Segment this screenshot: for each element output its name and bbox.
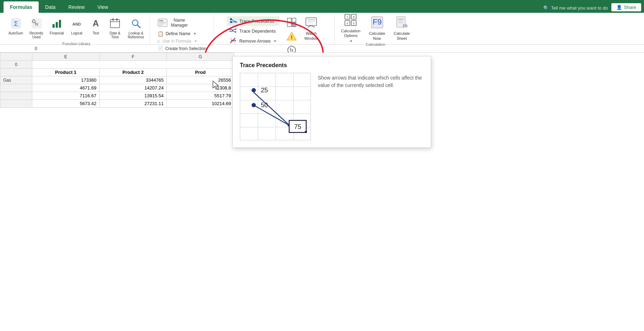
autosum-button[interactable]: Σ AutoSum: [6, 16, 26, 37]
svg-rect-18: [159, 22, 166, 23]
col-header-e[interactable]: E: [32, 53, 100, 61]
cell-e3[interactable]: 7116.67: [32, 92, 100, 100]
col-header-f[interactable]: F: [99, 53, 167, 61]
calculation-options-label: CalculationOptions: [341, 29, 360, 38]
define-name-button[interactable]: 📋 Define Name ▼: [155, 30, 209, 38]
svg-rect-19: [159, 23, 165, 24]
row-gas: Gas: [0, 76, 32, 84]
trace-dependents-button[interactable]: Trace Dependents: [227, 26, 280, 36]
cell-f1[interactable]: 3344765: [99, 76, 167, 84]
calculation-options-icon: 7 8 4 5: [344, 13, 357, 27]
svg-rect-17: [159, 20, 163, 21]
function-library-group: Σ AutoSum fx RecentlyUsed Financial: [3, 14, 150, 44]
tooltip-body: 25 50 75: [240, 73, 424, 140]
logical-icon: AND: [70, 17, 83, 30]
svg-marker-34: [235, 39, 236, 42]
svg-marker-25: [236, 21, 237, 23]
spreadsheet: E F G 0 Product 1 Product 2 Prod: [0, 53, 234, 331]
create-from-selection-icon: 📄: [158, 46, 163, 51]
cell-f4[interactable]: 27231.11: [99, 100, 167, 108]
error-checking-button[interactable]: !: [284, 30, 299, 43]
financial-label: Financial: [50, 31, 64, 36]
calc-now-button[interactable]: F9 CalculateNow: [365, 16, 389, 41]
svg-rect-79: [305, 131, 307, 133]
define-name-label: Define Name: [166, 31, 191, 36]
row-label-gas: [0, 69, 32, 76]
name-manager-icon: [156, 16, 169, 29]
formula-auditing-left: Trace Precedents: [227, 16, 280, 46]
cell-e2[interactable]: 4671.69: [32, 84, 100, 92]
calc-now-label: CalculateNow: [369, 31, 385, 40]
svg-text:fx: fx: [290, 47, 293, 53]
tooltip-description: Show arrows that indicate which cells af…: [318, 73, 424, 140]
cell-g2[interactable]: 1308.8: [167, 84, 234, 92]
show-formulas-button[interactable]: fx: [284, 16, 299, 29]
table-row: Gas 173380 3344765 26556: [0, 76, 234, 84]
svg-rect-61: [398, 22, 403, 23]
tab-data[interactable]: Data: [39, 1, 62, 13]
financial-icon: [50, 17, 63, 30]
remove-arrows-button[interactable]: Remove Arrows ▼: [227, 36, 280, 46]
cell-f3[interactable]: 13915.54: [99, 92, 167, 100]
date-time-button[interactable]: Date &Time: [106, 16, 124, 40]
formula-auditing-group: Trace Precedents: [214, 14, 335, 44]
svg-text:25: 25: [261, 87, 268, 94]
use-in-formula-dropdown[interactable]: ▼: [194, 39, 197, 43]
text-button[interactable]: A Text: [87, 16, 105, 37]
col-header-g[interactable]: G: [167, 53, 234, 61]
tab-formulas[interactable]: Formulas: [4, 1, 39, 13]
svg-line-27: [232, 29, 235, 31]
error-checking-icon: !: [287, 31, 297, 42]
share-button[interactable]: 👤 Share: [611, 3, 641, 11]
svg-rect-12: [112, 18, 114, 21]
row-empty-3: [0, 92, 32, 100]
svg-text:!: !: [291, 34, 292, 40]
define-name-dropdown[interactable]: ▼: [193, 32, 197, 36]
table-row: 7116.67 13915.54 5517.79: [0, 92, 234, 100]
recently-used-button[interactable]: fx RecentlyUsed: [27, 16, 46, 40]
financial-button[interactable]: Financial: [47, 16, 67, 37]
remove-arrows-dropdown[interactable]: ▼: [274, 39, 277, 43]
name-manager-button[interactable]: NameManager: [155, 16, 209, 30]
cell-e1[interactable]: 173380: [32, 76, 100, 84]
function-library-label: Function Library: [6, 40, 147, 47]
search-icon: 🔍: [543, 5, 549, 11]
tab-view[interactable]: View: [91, 1, 115, 13]
svg-rect-7: [59, 20, 61, 28]
svg-point-70: [252, 88, 256, 92]
calc-sheet-icon: F9: [395, 16, 408, 30]
cell-f2[interactable]: 14207.24: [99, 84, 167, 92]
lookup-ref-button[interactable]: Lookup &Reference: [125, 16, 147, 40]
svg-point-29: [235, 28, 236, 30]
cell-e-header[interactable]: Product 1: [32, 69, 100, 76]
data-table: E F G 0 Product 1 Product 2 Prod: [0, 53, 234, 108]
create-from-selection-button[interactable]: 📄 Create from Selection: [155, 45, 209, 52]
svg-line-74: [254, 92, 290, 126]
cell-g1[interactable]: 26556: [167, 76, 234, 84]
logical-button[interactable]: AND Logical: [67, 16, 86, 37]
table-row: Product 1 Product 2 Prod: [0, 69, 234, 76]
define-name-icon: 📋: [158, 31, 164, 37]
calc-sheet-button[interactable]: F9 CalculateSheet: [390, 16, 414, 41]
use-in-formula-label: Use in Formula: [163, 39, 191, 44]
cell-f-header[interactable]: Product 2: [99, 69, 167, 76]
svg-line-75: [254, 105, 290, 126]
calculation-options-button[interactable]: 7 8 4 5 CalculationOptions ▼: [337, 16, 364, 41]
cell-e4[interactable]: 5673.42: [32, 100, 100, 108]
cell-g4[interactable]: 10214.69: [167, 100, 234, 108]
column-header-row: E F G: [0, 53, 234, 61]
trace-precedents-button[interactable]: Trace Precedents: [227, 16, 280, 26]
watch-window-button[interactable]: WatchWindow: [301, 16, 322, 41]
tab-review[interactable]: Review: [62, 1, 91, 13]
use-in-formula-icon: 𝑓ₓ: [158, 39, 160, 44]
use-in-formula-button[interactable]: 𝑓ₓ Use in Formula ▼: [155, 38, 209, 45]
cell-g-header[interactable]: Prod: [167, 69, 234, 76]
recently-used-icon: fx: [30, 17, 43, 30]
lookup-ref-label: Lookup &Reference: [128, 31, 144, 39]
autosum-icon: Σ: [10, 17, 22, 30]
svg-text:7: 7: [347, 15, 348, 19]
cell-g3[interactable]: 5517.79: [167, 92, 234, 100]
ribbon-container: Formulas Data Review View 🔍 Tell me what…: [0, 0, 644, 45]
lookup-ref-icon: [130, 17, 142, 30]
svg-rect-5: [53, 24, 55, 28]
